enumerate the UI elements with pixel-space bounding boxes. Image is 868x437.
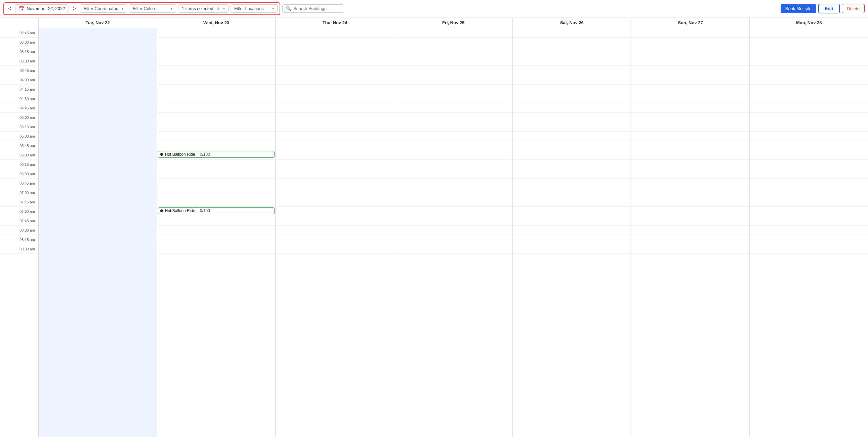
time-cell[interactable] — [513, 28, 631, 38]
time-cell[interactable] — [157, 56, 276, 66]
time-cell[interactable] — [276, 244, 394, 254]
time-cell[interactable] — [631, 132, 750, 141]
time-cell[interactable] — [157, 103, 276, 113]
time-cell[interactable] — [157, 226, 276, 235]
time-cell[interactable] — [157, 188, 276, 197]
time-cell[interactable] — [631, 141, 750, 150]
time-cell[interactable] — [750, 169, 868, 178]
time-cell[interactable] — [276, 197, 394, 207]
time-cell[interactable] — [157, 38, 276, 47]
time-cell[interactable] — [394, 160, 513, 169]
time-cell[interactable] — [394, 169, 513, 178]
time-cell[interactable] — [157, 244, 276, 254]
time-cell[interactable] — [750, 216, 868, 226]
time-cell[interactable] — [750, 103, 868, 113]
time-cell[interactable] — [157, 235, 276, 244]
time-cell[interactable] — [39, 244, 157, 254]
filter-coordinators-dropdown[interactable]: Filter Coordinators ▾ — [80, 4, 127, 13]
prev-button[interactable]: < — [6, 5, 13, 12]
time-cell[interactable] — [513, 169, 631, 178]
time-cell[interactable] — [513, 197, 631, 207]
time-cell[interactable] — [631, 103, 750, 113]
time-cell[interactable] — [513, 226, 631, 235]
time-cell[interactable] — [276, 103, 394, 113]
time-cell[interactable] — [631, 85, 750, 94]
time-cell[interactable] — [39, 132, 157, 141]
time-cell[interactable] — [513, 132, 631, 141]
time-cell[interactable] — [276, 94, 394, 103]
time-cell[interactable] — [39, 113, 157, 122]
time-cell[interactable] — [394, 47, 513, 56]
time-cell[interactable] — [750, 94, 868, 103]
time-cell[interactable] — [631, 38, 750, 47]
time-cell[interactable] — [394, 226, 513, 235]
time-cell[interactable] — [631, 160, 750, 169]
time-cell[interactable] — [394, 132, 513, 141]
time-cell[interactable] — [513, 150, 631, 160]
next-button[interactable]: > — [71, 5, 78, 12]
time-cell[interactable] — [631, 216, 750, 226]
time-cell[interactable] — [157, 216, 276, 226]
time-cell[interactable] — [631, 207, 750, 216]
time-cell[interactable] — [513, 47, 631, 56]
time-cell[interactable] — [631, 178, 750, 188]
time-cell[interactable] — [276, 38, 394, 47]
time-cell[interactable] — [276, 122, 394, 132]
event-block[interactable]: Hot Balloon Ride0/100 — [158, 151, 275, 158]
time-cell[interactable] — [39, 197, 157, 207]
time-cell[interactable] — [631, 113, 750, 122]
time-cell[interactable] — [39, 38, 157, 47]
time-cell[interactable] — [39, 94, 157, 103]
time-cell[interactable] — [631, 188, 750, 197]
time-cell[interactable] — [631, 66, 750, 75]
time-cell[interactable] — [39, 150, 157, 160]
time-cell[interactable] — [276, 75, 394, 85]
time-cell[interactable] — [276, 160, 394, 169]
time-cell[interactable] — [750, 56, 868, 66]
time-cell[interactable] — [394, 85, 513, 94]
time-cell[interactable] — [276, 226, 394, 235]
time-cell[interactable] — [39, 103, 157, 113]
time-cell[interactable] — [513, 235, 631, 244]
time-cell[interactable]: Hot Balloon Ride0/100 — [157, 207, 276, 216]
time-cell[interactable] — [750, 38, 868, 47]
time-cell[interactable] — [276, 141, 394, 150]
time-cell[interactable] — [39, 188, 157, 197]
time-cell[interactable] — [157, 28, 276, 38]
date-picker-button[interactable]: 📅 November 22, 2022 — [15, 4, 68, 13]
time-cell[interactable] — [513, 244, 631, 254]
time-cell[interactable] — [631, 169, 750, 178]
time-cell[interactable] — [631, 47, 750, 56]
time-cell[interactable] — [39, 226, 157, 235]
time-cell[interactable] — [513, 216, 631, 226]
time-cell[interactable] — [157, 66, 276, 75]
time-cell[interactable] — [394, 122, 513, 132]
time-cell[interactable] — [394, 207, 513, 216]
time-cell[interactable] — [276, 56, 394, 66]
time-cell[interactable] — [394, 66, 513, 75]
time-cell[interactable] — [631, 226, 750, 235]
time-cell[interactable] — [513, 178, 631, 188]
time-cell[interactable] — [394, 94, 513, 103]
clear-filter-button[interactable]: ✕ — [216, 6, 220, 11]
time-cell[interactable] — [157, 122, 276, 132]
delete-button[interactable]: Delete — [842, 4, 865, 13]
time-cell[interactable]: Hot Balloon Ride0/100 — [157, 150, 276, 160]
time-cell[interactable] — [39, 122, 157, 132]
time-cell[interactable] — [750, 75, 868, 85]
time-cell[interactable] — [276, 132, 394, 141]
time-cell[interactable] — [513, 38, 631, 47]
time-cell[interactable] — [157, 132, 276, 141]
time-cell[interactable] — [39, 47, 157, 56]
time-cell[interactable] — [157, 160, 276, 169]
time-cell[interactable] — [631, 150, 750, 160]
time-cell[interactable] — [513, 113, 631, 122]
time-cell[interactable] — [394, 197, 513, 207]
time-cell[interactable] — [750, 66, 868, 75]
time-cell[interactable] — [276, 47, 394, 56]
time-cell[interactable] — [394, 103, 513, 113]
time-cell[interactable] — [513, 66, 631, 75]
time-cell[interactable] — [276, 66, 394, 75]
time-cell[interactable] — [750, 47, 868, 56]
time-cell[interactable] — [157, 141, 276, 150]
